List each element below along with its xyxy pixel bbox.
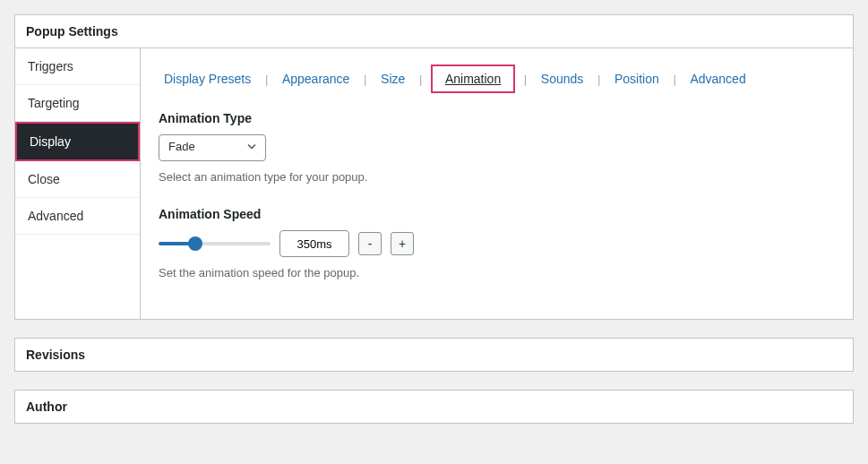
speed-increase-button[interactable]: + [391,232,414,255]
animation-speed-slider[interactable] [159,242,271,245]
tab-separator: | [419,73,422,86]
animation-speed-label: Animation Speed [159,207,835,221]
tab-animation[interactable]: Animation [431,64,515,93]
animation-speed-group: Animation Speed - + Set the animation sp… [159,207,835,279]
tab-advanced[interactable]: Advanced [684,68,751,90]
tab-separator: | [265,73,268,86]
tab-appearance[interactable]: Appearance [277,68,356,90]
tab-position[interactable]: Position [609,68,665,90]
sidebar: Triggers Targeting Display Close Advance… [15,48,141,319]
sidebar-item-triggers[interactable]: Triggers [15,48,140,85]
animation-type-select-wrap: Fade [159,134,266,161]
tab-separator: | [597,73,600,86]
animation-speed-help: Set the animation speed for the popup. [159,266,835,279]
popup-settings-header: Popup Settings [15,15,853,48]
popup-settings-body: Triggers Targeting Display Close Advance… [15,48,853,319]
revisions-panel[interactable]: Revisions [14,338,854,372]
sidebar-item-advanced[interactable]: Advanced [15,198,140,235]
animation-type-group: Animation Type Fade Select an animation … [159,111,835,184]
tab-separator: | [673,73,675,86]
tab-separator: | [364,73,366,86]
content-area: Display Presets | Appearance | Size | An… [141,48,853,319]
author-panel[interactable]: Author [14,390,854,424]
popup-settings-panel: Popup Settings Triggers Targeting Displa… [14,14,854,320]
animation-type-label: Animation Type [159,111,835,125]
revisions-title: Revisions [26,348,85,362]
animation-speed-input[interactable] [279,230,349,257]
popup-settings-title: Popup Settings [26,24,118,39]
tab-sounds[interactable]: Sounds [536,68,589,90]
tab-display-presets[interactable]: Display Presets [159,68,256,90]
animation-type-help: Select an animation type for your popup. [159,170,835,184]
tab-size[interactable]: Size [375,68,410,90]
sidebar-item-targeting[interactable]: Targeting [15,85,140,122]
sidebar-item-display[interactable]: Display [15,122,140,161]
author-title: Author [26,400,67,414]
tabs: Display Presets | Appearance | Size | An… [159,64,835,93]
sidebar-item-close[interactable]: Close [15,161,140,198]
tab-separator: | [524,73,527,86]
animation-type-select[interactable]: Fade [159,134,266,161]
speed-decrease-button[interactable]: - [358,232,382,255]
animation-speed-row: - + [159,230,835,257]
